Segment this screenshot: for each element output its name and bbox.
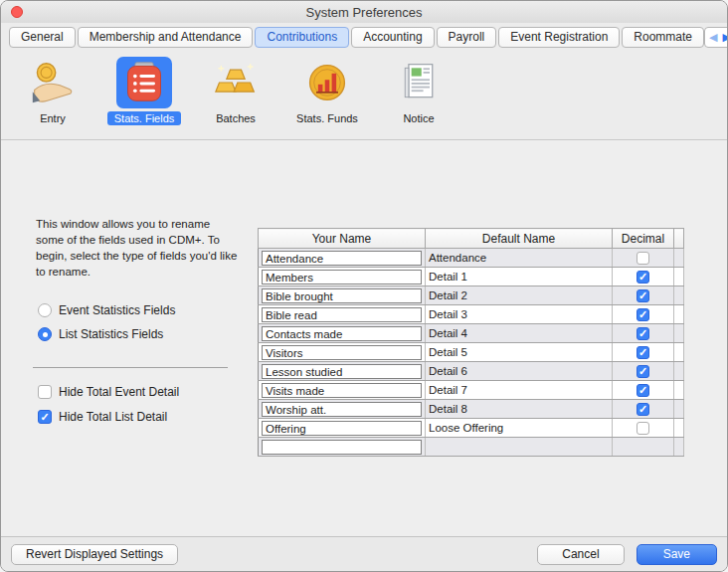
row-spacer-cell [674,419,684,438]
checkbox-label: Hide Total List Detail [59,410,167,424]
radio-list-statistics-fields[interactable]: List Statistics Fields [38,327,175,341]
decimal-checkbox[interactable] [637,252,649,265]
table-row: AttendanceAttendance [259,249,684,268]
revert-displayed-settings-button[interactable]: Revert Displayed Settings [11,544,178,565]
default-name-cell: Detail 6 [426,362,613,381]
scroll-right-icon[interactable]: ▶ [722,32,728,43]
checkbox-hide-total-list-detail[interactable]: Hide Total List Detail [38,410,179,424]
tab-membership-and-attendance[interactable]: Membership and Attendance [78,27,254,48]
default-name-cell: Detail 8 [426,400,613,419]
toolbar-item-label: Stats. Fields [107,111,182,125]
toolbar-item-stats-fields[interactable]: Stats. Fields [98,57,190,125]
decimal-checkbox[interactable] [637,289,649,302]
tab-general[interactable]: General [9,27,76,48]
radio-button[interactable] [38,303,52,317]
toolbar-item-stats-funds[interactable]: Stats. Funds [281,57,373,125]
tab-label: General [21,30,64,44]
row-spacer-cell [674,438,684,457]
default-name-cell: Detail 5 [426,343,613,362]
radio-button[interactable] [38,327,52,341]
decimal-checkbox[interactable] [637,346,649,359]
gold-bars-icon [208,57,264,108]
toolbar-item-entry[interactable]: Entry [7,57,98,125]
tab-payroll[interactable]: Payroll [437,27,497,48]
row-spacer-cell [674,381,684,400]
column-header-default-name[interactable]: Default Name [426,229,613,249]
close-button[interactable] [11,6,23,18]
decimal-checkbox[interactable] [637,422,649,435]
tab-bar: GeneralMembership and AttendanceContribu… [1,23,727,51]
checkbox-hide-total-event-detail[interactable]: Hide Total Event Detail [38,385,179,399]
notice-document-icon [391,57,447,108]
your-name-field[interactable]: Bible read [262,307,422,322]
tab-label: Roommate [634,30,692,44]
checkbox[interactable] [38,410,52,424]
your-name-field[interactable]: Lesson studied [262,364,422,379]
decimal-checkbox[interactable] [637,308,649,321]
decimal-checkbox[interactable] [637,384,649,397]
tab-contributions[interactable]: Contributions [255,27,349,48]
your-name-field[interactable]: Bible brought [262,288,422,303]
decimal-checkbox[interactable] [637,365,649,378]
radio-label: Event Statistics Fields [59,303,175,317]
row-spacer-cell [674,305,684,324]
decimal-checkbox[interactable] [637,327,649,340]
your-name-field[interactable]: Visits made [262,383,422,398]
save-button[interactable]: Save [637,544,717,565]
checkbox[interactable] [38,385,52,399]
cancel-button[interactable]: Cancel [537,544,624,565]
tab-label: Accounting [363,30,422,44]
decimal-checkbox[interactable] [637,403,649,416]
tab-label: Membership and Attendance [90,30,242,44]
your-name-field[interactable] [262,440,422,455]
default-name-cell: Loose Offering [426,419,613,438]
footer-bar: Revert Displayed Settings Cancel Save [1,536,727,571]
fields-table: Your NameDefault NameDecimal AttendanceA… [258,228,684,457]
your-name-field[interactable]: Attendance [262,251,422,266]
column-header-your-name[interactable]: Your Name [259,229,426,249]
table-row: Worship att.Detail 8 [259,400,684,419]
scroll-left-icon[interactable]: ◀ [709,32,717,43]
table-row: Lesson studiedDetail 6 [259,362,684,381]
checkbox-label: Hide Total Event Detail [59,385,179,399]
chart-coin-icon [299,57,355,108]
your-name-field[interactable]: Visitors [262,345,422,360]
preferences-pane: This window allows you to rename some of… [1,140,727,536]
your-name-field[interactable]: Offering [262,421,422,436]
toolbar-item-label: Notice [396,111,441,125]
toolbar-item-label: Batches [209,111,263,125]
your-name-field[interactable]: Members [262,270,422,285]
row-spacer-cell [674,362,684,381]
hide-totals-checkbox-group: Hide Total Event Detail Hide Total List … [38,385,179,424]
table-row: MembersDetail 1 [259,268,684,286]
default-name-cell: Detail 4 [426,324,613,343]
tab-roommate[interactable]: Roommate [622,27,704,48]
table-row: Contacts madeDetail 4 [259,324,684,343]
pane-description: This window allows you to rename some of… [36,216,241,280]
icon-toolbar: Entry Stats. Fields Batches [1,51,727,140]
tab-label: Event Registration [510,30,608,44]
default-name-cell: Detail 7 [426,381,613,400]
field-type-radio-group: Event Statistics Fields List Statistics … [38,303,175,341]
table-row: VisitorsDetail 5 [259,343,684,362]
default-name-cell: Detail 2 [426,286,613,305]
your-name-field[interactable]: Worship att. [262,402,422,417]
column-header-decimal[interactable]: Decimal [613,229,674,249]
radio-label: List Statistics Fields [59,327,163,341]
toolbar-item-label: Entry [33,111,73,125]
table-header-row: Your NameDefault NameDecimal [259,229,684,249]
default-name-cell [426,438,613,457]
tab-event-registration[interactable]: Event Registration [498,27,620,48]
decimal-checkbox[interactable] [637,271,649,284]
radio-event-statistics-fields[interactable]: Event Statistics Fields [38,303,175,317]
tab-accounting[interactable]: Accounting [351,27,434,48]
toolbar-item-label: Stats. Funds [289,111,365,125]
table-row: Visits madeDetail 7 [259,381,684,400]
tab-label: Contributions [267,30,337,44]
hand-coin-icon [25,57,81,108]
your-name-field[interactable]: Contacts made [262,326,422,341]
toolbar-item-notice[interactable]: Notice [373,57,464,125]
tab-label: Payroll [449,30,485,44]
toolbar-item-batches[interactable]: Batches [190,57,281,125]
system-preferences-window: System Preferences GeneralMembership and… [0,0,728,572]
